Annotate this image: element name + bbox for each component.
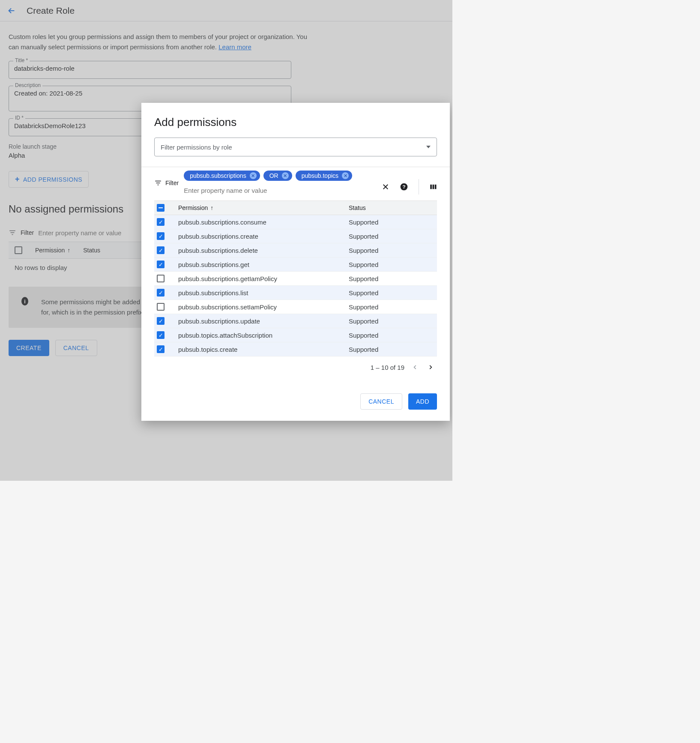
filter-chips: pubsub.subscriptions✕OR✕pubsub.topics✕ xyxy=(184,171,377,194)
pagination: 1 – 10 of 19 xyxy=(141,357,450,372)
help-icon[interactable]: ? xyxy=(400,183,408,191)
permission-status: Supported xyxy=(349,332,434,339)
chip-close-icon[interactable]: ✕ xyxy=(342,172,349,179)
filter-icon xyxy=(154,179,162,187)
filter-left: Filter xyxy=(154,171,179,187)
permission-status: Supported xyxy=(349,318,434,325)
permission-status: Supported xyxy=(349,261,434,268)
columns-icon[interactable] xyxy=(429,183,437,191)
row-checkbox[interactable] xyxy=(157,303,165,311)
permission-name: pubsub.topics.create xyxy=(178,346,349,353)
svg-rect-3 xyxy=(433,185,434,189)
permission-name: pubsub.subscriptions.delete xyxy=(178,247,349,254)
permission-name: pubsub.subscriptions.getIamPolicy xyxy=(178,275,349,282)
modal-filter-label: Filter xyxy=(165,180,179,186)
table-row: ✓pubsub.subscriptions.updateSupported xyxy=(154,314,437,328)
chip-text: pubsub.topics xyxy=(302,172,338,179)
vertical-divider xyxy=(419,179,419,195)
table-row: pubsub.subscriptions.setIamPolicySupport… xyxy=(154,300,437,314)
permission-status: Supported xyxy=(349,275,434,282)
row-checkbox[interactable] xyxy=(157,275,165,282)
role-filter-select[interactable]: Filter permissions by role xyxy=(154,138,437,156)
table-row: ✓pubsub.subscriptions.listSupported xyxy=(154,286,437,300)
chip-close-icon[interactable]: ✕ xyxy=(282,172,289,179)
permission-name: pubsub.subscriptions.create xyxy=(178,233,349,240)
permission-status: Supported xyxy=(349,346,434,353)
table-row: ✓pubsub.subscriptions.createSupported xyxy=(154,229,437,243)
chip-text: pubsub.subscriptions xyxy=(190,172,246,179)
permission-name: pubsub.topics.attachSubscription xyxy=(178,332,349,339)
row-checkbox[interactable]: ✓ xyxy=(157,331,165,339)
col-status[interactable]: Status xyxy=(349,204,434,211)
col-permission[interactable]: Permission ↑ xyxy=(178,204,349,211)
filter-chip[interactable]: pubsub.subscriptions✕ xyxy=(184,171,260,181)
svg-rect-4 xyxy=(435,185,437,189)
table-row: ✓pubsub.subscriptions.deleteSupported xyxy=(154,243,437,258)
pagination-text: 1 – 10 of 19 xyxy=(371,364,404,371)
prev-page-icon[interactable] xyxy=(410,363,420,372)
svg-text:?: ? xyxy=(402,184,405,189)
row-checkbox[interactable]: ✓ xyxy=(157,232,165,240)
modal-filter-bar: Filter pubsub.subscriptions✕OR✕pubsub.to… xyxy=(141,167,450,195)
perm-table-header: Permission ↑ Status xyxy=(154,201,437,215)
permission-status: Supported xyxy=(349,233,434,240)
filter-chip[interactable]: pubsub.topics✕ xyxy=(296,171,352,181)
table-row: ✓pubsub.topics.attachSubscriptionSupport… xyxy=(154,328,437,342)
table-row: pubsub.subscriptions.getIamPolicySupport… xyxy=(154,272,437,286)
chip-close-icon[interactable]: ✕ xyxy=(250,172,257,179)
permission-name: pubsub.subscriptions.setIamPolicy xyxy=(178,303,349,311)
table-row: ✓pubsub.subscriptions.getSupported xyxy=(154,258,437,272)
row-checkbox[interactable]: ✓ xyxy=(157,345,165,353)
chip-text: OR xyxy=(269,172,278,179)
permissions-table: Permission ↑ Status ✓pubsub.subscription… xyxy=(154,201,437,357)
filter-toolbar: ? xyxy=(382,171,437,195)
permission-status: Supported xyxy=(349,247,434,254)
sort-arrow-icon: ↑ xyxy=(210,204,213,211)
chevron-down-icon xyxy=(426,146,431,148)
row-checkbox[interactable]: ✓ xyxy=(157,218,165,226)
row-checkbox[interactable]: ✓ xyxy=(157,246,165,254)
permission-status: Supported xyxy=(349,303,434,311)
modal-add-button[interactable]: ADD xyxy=(408,393,437,410)
col-permission-label: Permission xyxy=(178,204,208,211)
clear-filter-icon[interactable] xyxy=(382,183,389,191)
permission-name: pubsub.subscriptions.list xyxy=(178,289,349,297)
role-filter-placeholder: Filter permissions by role xyxy=(161,144,232,151)
permission-status: Supported xyxy=(349,289,434,297)
permission-name: pubsub.subscriptions.update xyxy=(178,318,349,325)
table-row: ✓pubsub.subscriptions.consumeSupported xyxy=(154,215,437,229)
row-checkbox[interactable]: ✓ xyxy=(157,261,165,268)
next-page-icon[interactable] xyxy=(426,363,435,372)
table-row: ✓pubsub.topics.createSupported xyxy=(154,342,437,357)
modal-filter-input[interactable] xyxy=(184,187,377,194)
modal-actions: CANCEL ADD xyxy=(141,372,450,412)
modal-cancel-button[interactable]: CANCEL xyxy=(360,393,402,410)
modal-title: Add permissions xyxy=(141,116,450,138)
filter-chip-or[interactable]: OR✕ xyxy=(263,171,292,181)
permission-status: Supported xyxy=(349,219,434,226)
select-all-checkbox[interactable] xyxy=(157,204,165,212)
add-permissions-modal: Add permissions Filter permissions by ro… xyxy=(141,103,450,421)
row-checkbox[interactable]: ✓ xyxy=(157,317,165,325)
row-checkbox[interactable]: ✓ xyxy=(157,289,165,297)
permission-name: pubsub.subscriptions.consume xyxy=(178,219,349,226)
svg-rect-2 xyxy=(430,185,432,189)
permission-name: pubsub.subscriptions.get xyxy=(178,261,349,268)
